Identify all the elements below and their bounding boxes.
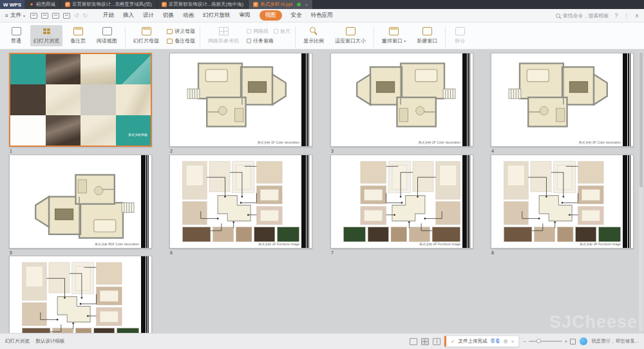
button-label: 拆分 (455, 37, 465, 44)
tab-label: 稻壳商城 (36, 1, 55, 8)
slide-thumbnail-4[interactable]: 美式乡村-3F Color decoration 4 (491, 53, 634, 147)
menu-review[interactable]: 审阅 (240, 12, 251, 19)
arrange-window-button[interactable]: 重排窗口 ▾ (379, 25, 409, 46)
furniture-collage-graphic (10, 256, 151, 333)
statusbar-right: ✓ 文件上传完成 查看 ⚙ × − + 我是墨仔，帮您修复... (410, 335, 639, 347)
scrollbar-thumb[interactable] (639, 52, 643, 187)
print-icon[interactable] (52, 13, 59, 19)
menu-design[interactable]: 设计 (143, 12, 154, 19)
slide-number: 3 (331, 149, 334, 153)
notes-page-button[interactable]: 备注页 (67, 25, 89, 46)
fit-window-icon (346, 27, 355, 35)
zoom-out-icon[interactable]: − (523, 339, 526, 344)
notes-master-icon (167, 39, 173, 44)
output-icon[interactable] (41, 13, 48, 19)
slide-caption: 美式乡村-2F Color decoration (418, 140, 460, 144)
slide-canvas: 美式乡村-3F Color decoration (491, 53, 634, 147)
normal-view-icon (12, 27, 21, 35)
close-toast-icon[interactable]: × (511, 339, 515, 344)
slide-master-icon (142, 27, 151, 35)
tab-document-active[interactable]: P 美式乡村-N.ppt × (249, 0, 313, 9)
slide-canvas: 美式乡村风格 (9, 53, 152, 147)
file-menu-button[interactable]: ≡ 文件 ▾ (5, 12, 25, 19)
normal-view-toggle-icon[interactable] (410, 338, 417, 345)
quick-access-toolbar: ↺ ↻ (30, 12, 88, 19)
assistant-text[interactable]: 我是墨仔，帮您修复... (591, 338, 639, 344)
zoom-button[interactable]: 显示比例 (300, 25, 327, 46)
notes-master-button[interactable]: 备注母版 (167, 37, 195, 44)
redo-icon[interactable]: ↻ (83, 12, 88, 19)
menu-tabs: 开始 插入 设计 切换 动画 幻灯片放映 审阅 视图 安全 特色应用 (103, 10, 333, 21)
slide-thumbnail-2[interactable]: 美式乡村-1F Color decoration 2 (169, 53, 312, 147)
tab-document-2[interactable]: P 菲莫斯软装饰设计...燕新天(地中海) (157, 0, 249, 9)
template-label[interactable]: 默认设计模板 (36, 338, 65, 344)
fit-window-button[interactable]: 适应窗口大小 (332, 25, 369, 46)
handout-master-button[interactable]: 讲义母版 (167, 28, 195, 35)
tab-docer-mall[interactable]: ● 稻壳商城 (24, 0, 61, 9)
more-options-icon[interactable]: ⋮ (623, 12, 629, 19)
command-search[interactable]: 查找命令，搜索模板 (556, 12, 609, 19)
new-window-button[interactable]: 新建窗口 (413, 25, 440, 46)
wps-logo[interactable]: W WPS (0, 0, 24, 9)
divider (295, 26, 296, 48)
slide-thumbnail-7[interactable]: 美式乡村-2F Furniture image 7 (330, 155, 473, 249)
fit-screen-icon[interactable] (570, 339, 576, 344)
slide-side-stripe (462, 53, 470, 146)
slide-side-stripe (301, 155, 309, 248)
slide-number: 4 (491, 149, 494, 153)
slide-number: 2 (170, 149, 173, 153)
slide-canvas: 美式乡村-2F Furniture image (330, 155, 473, 249)
menu-view[interactable]: 视图 (260, 10, 282, 21)
slide-thumbnail-6[interactable]: 美式乡村-1F Furniture image 6 (169, 155, 312, 249)
preview-icon[interactable] (63, 13, 70, 19)
zoom-slider[interactable] (529, 341, 562, 342)
assistant-avatar[interactable] (580, 337, 587, 345)
slide-thumbnail-9[interactable]: 美式乡村-B1F Furniture image 9 (9, 256, 152, 333)
watermark: SJCheese (549, 312, 638, 332)
menu-transition[interactable]: 切换 (163, 12, 174, 19)
zoom-slider-thumb[interactable] (536, 339, 541, 343)
close-tab-icon[interactable]: × (305, 2, 308, 8)
button-label: 普通 (11, 37, 21, 44)
button-label: 阅读视图 (97, 37, 117, 44)
slide-sorter-button[interactable]: 幻灯片浏览 (30, 25, 62, 46)
reading-view-icon (102, 27, 112, 35)
slide-thumbnail-5[interactable]: 美式乡村-B1F Color decoration 5 (9, 155, 152, 249)
menu-special-apps[interactable]: 特色应用 (311, 12, 333, 19)
reading-view-button[interactable]: 阅读视图 (93, 25, 120, 46)
slide-side-stripe (462, 155, 470, 248)
help-icon[interactable]: ? (615, 12, 618, 19)
slide-thumbnail-3[interactable]: 美式乡村-2F Color decoration 3 (330, 53, 473, 147)
tab-label: 菲莫斯软装饰设计...东南亚异域风(情) (72, 1, 152, 8)
zoom-in-icon[interactable]: + (565, 339, 567, 344)
handout-master-icon (167, 29, 173, 34)
menu-slideshow[interactable]: 幻灯片放映 (203, 12, 231, 19)
save-icon[interactable] (30, 13, 37, 19)
normal-view-button[interactable]: 普通 (6, 25, 26, 46)
slide-master-button[interactable]: 幻灯片母版 (130, 25, 162, 46)
sorter-view-toggle-icon[interactable] (421, 338, 429, 345)
gear-icon[interactable]: ⚙ (504, 339, 508, 344)
menu-home[interactable]: 开始 (103, 12, 114, 19)
undo-icon[interactable]: ↺ (74, 12, 79, 19)
view-ribbon: 普通 幻灯片浏览 备注页 阅读视图 幻灯片母版 讲义母版 备注母版 (0, 23, 644, 50)
task-pane-checkbox[interactable]: 任务窗格 (247, 37, 290, 44)
slide-side-stripe (301, 53, 309, 146)
reading-view-toggle-icon[interactable] (433, 338, 440, 345)
furniture-collage-graphic (170, 155, 312, 248)
search-hint: 查找命令，搜索模板 (563, 12, 609, 19)
slide-thumbnail-8[interactable]: 美式乡村-3F Furniture image 8 (491, 155, 634, 249)
slide-sorter-icon (42, 27, 52, 35)
slide-caption: 美式乡村-1F Color decoration (257, 140, 299, 144)
collapse-ribbon-icon[interactable]: ∧ (635, 12, 639, 19)
furniture-collage-graphic (491, 155, 633, 248)
toast-view-link[interactable]: 查看 (491, 338, 500, 344)
menu-insert[interactable]: 插入 (123, 12, 134, 19)
vertical-scrollbar[interactable] (639, 51, 643, 332)
menu-security[interactable]: 安全 (291, 12, 302, 19)
tab-document-1[interactable]: P 菲莫斯软装饰设计...东南亚异域风(情) (61, 0, 157, 9)
menu-animation[interactable]: 动画 (183, 12, 194, 19)
slide-number: 6 (170, 250, 173, 255)
slide-thumbnail-1[interactable]: 美式乡村风格 1 (9, 53, 152, 147)
ruler-checkbox: 标尺 (274, 28, 290, 35)
